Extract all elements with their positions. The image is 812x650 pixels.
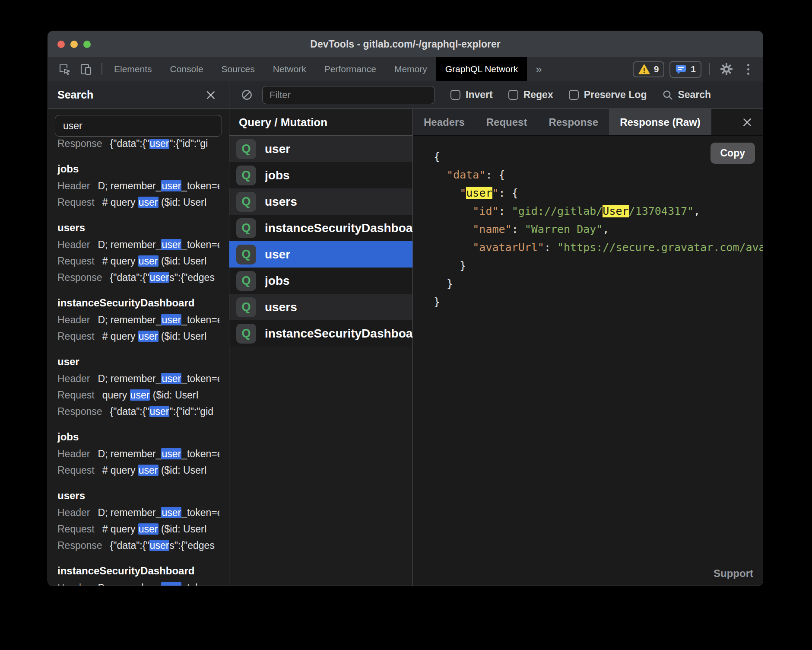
- text-segment: # query: [102, 197, 138, 208]
- text-segment: :: [485, 169, 498, 181]
- tab-performance[interactable]: Performance: [315, 57, 385, 81]
- filter-checkboxes: InvertRegexPreserve Log: [435, 89, 647, 101]
- query-row-label: users: [265, 300, 297, 314]
- text-segment: D; remember_: [98, 314, 161, 325]
- query-type-badge: Q: [236, 166, 256, 185]
- query-row-label: instanceSecurityDashboard: [265, 327, 412, 341]
- copy-button[interactable]: Copy: [710, 143, 755, 164]
- json-line: "id": "gid://gitlab/User/13704317",: [434, 202, 763, 220]
- search-result-row[interactable]: Request# query user ($id: UserI: [57, 194, 219, 210]
- query-pane-header: Query / Mutation: [229, 109, 412, 136]
- search-group-title: jobs: [57, 428, 219, 446]
- query-row-user[interactable]: Quser: [229, 241, 412, 268]
- query-row-user[interactable]: Quser: [229, 136, 412, 162]
- text-segment: {"data":{": [110, 139, 149, 149]
- filter-checkbox-preserve-log[interactable]: Preserve Log: [569, 89, 647, 101]
- tab-elements[interactable]: Elements: [105, 57, 161, 81]
- text-segment: "avatarUrl": [473, 241, 544, 254]
- zoom-window-button[interactable]: [83, 41, 91, 48]
- search-result-row[interactable]: Request# query user ($id: UserI: [57, 328, 219, 344]
- text-segment: # query: [102, 255, 138, 267]
- search-result-row[interactable]: HeaderD; remember_user_token=e: [57, 580, 219, 586]
- text-segment: {: [512, 187, 518, 199]
- block-icon[interactable]: [238, 86, 255, 104]
- search-result-row[interactable]: Response{"data":{"users":{"edges: [57, 269, 219, 286]
- warnings-badge[interactable]: 9: [633, 61, 665, 77]
- search-result-row[interactable]: Request# query user ($id: UserI: [57, 521, 219, 537]
- tab-memory[interactable]: Memory: [385, 57, 436, 81]
- close-detail-icon[interactable]: [732, 109, 763, 135]
- text-segment: ($id: UserI: [159, 523, 207, 535]
- tab-console[interactable]: Console: [161, 57, 213, 81]
- tab-sources[interactable]: Sources: [213, 57, 264, 81]
- query-row-jobs[interactable]: Qjobs: [229, 268, 412, 294]
- search-match-highlight: user: [149, 272, 170, 283]
- search-result-row[interactable]: HeaderD; remember_user_token=e: [57, 312, 219, 328]
- text-segment: D; remember_: [98, 180, 161, 191]
- search-result-row[interactable]: Request# query user ($id: UserI: [57, 462, 219, 478]
- query-type-badge: Q: [236, 324, 256, 344]
- search-input[interactable]: [55, 115, 222, 137]
- response-tab-request[interactable]: Request: [476, 109, 538, 135]
- issues-badge[interactable]: 1: [669, 61, 701, 78]
- query-row-jobs[interactable]: Qjobs: [229, 162, 412, 188]
- more-tabs-chevron-icon[interactable]: »: [527, 57, 550, 81]
- response-tab-response-raw[interactable]: Response (Raw): [609, 109, 711, 135]
- text-segment: _token=e: [181, 239, 219, 250]
- devtools-window: DevTools - gitlab.com/-/graphql-explorer…: [48, 31, 763, 586]
- search-result-row[interactable]: Request# query user ($id: UserI: [57, 253, 219, 269]
- query-row-instancesecuritydashboard[interactable]: QinstanceSecurityDashboard: [229, 320, 412, 347]
- text-segment: ($id: UserI: [150, 389, 198, 401]
- close-search-icon[interactable]: [202, 86, 219, 104]
- filter-checkbox-regex[interactable]: Regex: [508, 89, 553, 101]
- more-menu-icon[interactable]: [740, 61, 756, 78]
- search-result-row[interactable]: HeaderD; remember_user_token=e: [57, 370, 219, 387]
- support-link[interactable]: Support: [714, 567, 753, 580]
- search-result-row[interactable]: Response{"data":{"users":{"edges: [57, 537, 219, 554]
- gear-icon[interactable]: [718, 61, 735, 78]
- search-panel-title: Search: [57, 89, 93, 101]
- devtools-toolbar: ElementsConsoleSourcesNetworkPerformance…: [48, 57, 763, 81]
- response-tab-response[interactable]: Response: [538, 109, 609, 135]
- search-result-row[interactable]: HeaderD; remember_user_token=e: [57, 504, 219, 521]
- search-panel: Search Response{"data":{"user":{"id":"gi…: [48, 81, 229, 586]
- text-segment: "Warren Day": [525, 223, 603, 236]
- text-segment: {"data":{": [110, 272, 149, 283]
- response-pane: HeadersRequestResponseResponse (Raw) Cop…: [413, 109, 763, 586]
- window-title: DevTools - gitlab.com/-/graphql-explorer: [310, 38, 500, 50]
- search-result-label: Request: [57, 389, 95, 401]
- warning-count: 9: [654, 64, 659, 74]
- search-match-highlight: user: [138, 331, 159, 342]
- search-match-highlight: user: [161, 582, 181, 586]
- search-group-title: users: [57, 487, 219, 504]
- filter-bar: InvertRegexPreserve Log Search: [229, 81, 763, 109]
- filter-input[interactable]: [262, 86, 435, 104]
- query-row-users[interactable]: Qusers: [229, 188, 412, 215]
- text-segment: ($id: UserI: [159, 465, 207, 476]
- query-row-instancesecuritydashboard[interactable]: QinstanceSecurityDashboard: [229, 215, 412, 241]
- query-row-users[interactable]: Qusers: [229, 294, 412, 320]
- filter-checkbox-invert[interactable]: Invert: [450, 89, 493, 101]
- text-segment: /13704317": [629, 205, 694, 217]
- query-row-label: user: [265, 248, 290, 261]
- tab-network[interactable]: Network: [264, 57, 315, 81]
- device-toolbar-icon[interactable]: [77, 61, 95, 78]
- text-segment: }: [460, 259, 466, 272]
- minimize-window-button[interactable]: [70, 41, 78, 48]
- close-window-button[interactable]: [57, 41, 65, 48]
- search-result-row[interactable]: Requestquery user ($id: UserI: [57, 387, 219, 403]
- search-group-title: instanceSecurityDashboard: [57, 562, 219, 580]
- text-segment: query: [102, 389, 130, 401]
- search-result-row[interactable]: Response{"data":{"user":{"id":"gid: [57, 403, 219, 420]
- search-result-row[interactable]: HeaderD; remember_user_token=e: [57, 236, 219, 253]
- search-result-label: Request: [57, 197, 95, 208]
- search-result-label: Request: [57, 255, 95, 267]
- response-tab-headers[interactable]: Headers: [413, 109, 476, 135]
- filter-search-toggle[interactable]: Search: [662, 89, 711, 101]
- search-result-row[interactable]: HeaderD; remember_user_token=e: [57, 446, 219, 462]
- search-result-row[interactable]: HeaderD; remember_user_token=e: [57, 178, 219, 194]
- inspect-icon[interactable]: [56, 61, 73, 78]
- tab-graphql-network[interactable]: GraphQL Network: [436, 57, 527, 81]
- search-result-row[interactable]: Response{"data":{"user":{"id":"gi: [57, 139, 219, 152]
- search-match-highlight: user: [149, 406, 170, 417]
